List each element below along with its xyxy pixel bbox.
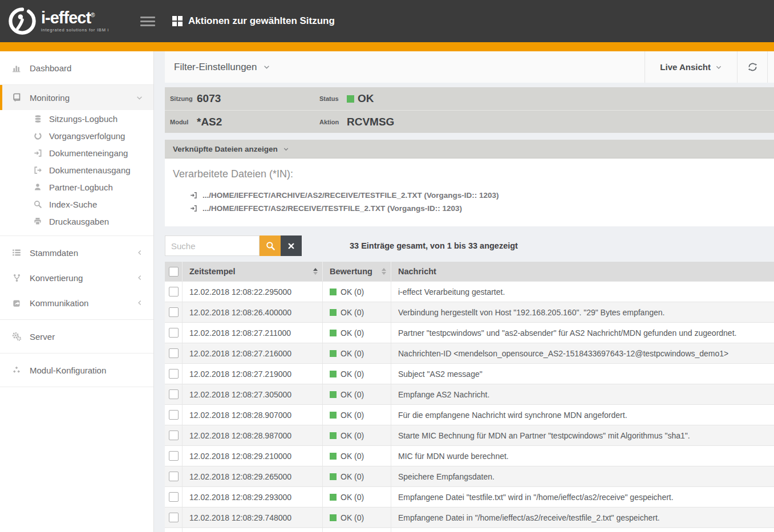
live-view-dropdown[interactable]: Live Ansicht bbox=[645, 51, 737, 83]
table-row[interactable]: 12.02.2018 12:08:29.210000 OK (0) MIC fü… bbox=[165, 445, 774, 466]
table-row[interactable]: 12.02.2018 12:08:22.295000 OK (0) i-effe… bbox=[165, 281, 774, 302]
rating-cell: OK (0) bbox=[323, 528, 391, 532]
refresh-button[interactable] bbox=[737, 51, 767, 83]
filter-settings-label: Filter-Einstellungen bbox=[174, 62, 257, 73]
entries-summary: 33 Einträge gesamt, von 1 bis 33 angezei… bbox=[350, 241, 518, 250]
sidebar-subitem-label: Index-Suche bbox=[49, 200, 97, 209]
sidebar-subitem-label: Dokumenteneingang bbox=[49, 148, 128, 158]
row-checkbox[interactable] bbox=[169, 410, 179, 420]
column-header-zeitstempel[interactable]: Zeitstempel bbox=[183, 262, 323, 281]
rating-cell: OK (0) bbox=[323, 487, 391, 507]
linked-files-toggle[interactable]: Verknüpfte Dateien anzeigen bbox=[165, 140, 774, 159]
column-header-bewertung[interactable]: Bewertung bbox=[323, 262, 391, 281]
cubes-icon bbox=[10, 366, 23, 375]
select-all-cell bbox=[165, 262, 183, 281]
sidebar-item-dokumenteneingang[interactable]: Dokumenteneingang bbox=[0, 144, 153, 161]
select-all-checkbox[interactable] bbox=[169, 267, 179, 277]
chevron-left-icon bbox=[136, 249, 143, 256]
status-label: Status bbox=[314, 95, 347, 102]
row-checkbox[interactable] bbox=[169, 348, 179, 358]
gears-icon bbox=[10, 332, 23, 341]
row-checkbox[interactable] bbox=[169, 369, 179, 379]
message-cell: MIC für MDN wurde berechnet. bbox=[391, 446, 774, 466]
log-table: Zeitstempel Bewertung Nachricht 12.02.20… bbox=[165, 262, 774, 532]
sidebar-item-sitzungs-logbuch[interactable]: Sitzungs-Logbuch bbox=[0, 110, 153, 127]
search-icon bbox=[32, 200, 43, 208]
sidebar-item-konvertierung[interactable]: Konvertierung bbox=[0, 265, 153, 290]
table-row[interactable]: 12.02.2018 12:08:29.265000 OK (0) Speich… bbox=[165, 466, 774, 486]
filter-bar-stub bbox=[767, 51, 774, 83]
app-logo[interactable]: i-effect® integrated solutions for IBM i bbox=[8, 7, 128, 35]
rating-cell: OK (0) bbox=[323, 282, 391, 302]
table-row[interactable]: 12.02.2018 12:08:28.987000 OK (0) Starte… bbox=[165, 425, 774, 445]
sidebar-item-partner-logbuch[interactable]: Partner-Logbuch bbox=[0, 178, 153, 196]
table-row[interactable]: 12.02.2018 12:08:27.216000 OK (0) Nachri… bbox=[165, 343, 774, 363]
sidebar-item-kommunikation[interactable]: Kommunikation bbox=[0, 290, 153, 315]
sidebar-item-monitoring[interactable]: Monitoring bbox=[0, 85, 153, 110]
list-icon bbox=[10, 248, 23, 257]
sidebar: Dashboard Monitoring Sitzungs-Logbuch Vo… bbox=[0, 51, 154, 532]
hamburger-menu-icon[interactable] bbox=[140, 14, 155, 29]
sign-in-icon bbox=[190, 192, 197, 199]
sidebar-item-server[interactable]: Server bbox=[0, 324, 153, 349]
logo-tagline: integrated solutions for IBM i bbox=[41, 28, 109, 33]
chevron-left-icon bbox=[136, 274, 143, 281]
live-view-label: Live Ansicht bbox=[660, 62, 711, 72]
message-cell: Partner "testpcwindows" und "as2-absende… bbox=[391, 323, 774, 343]
main-content: Filter-Einstellungen Live Ansicht Sitzun… bbox=[165, 51, 774, 532]
page-title: Aktionen zur gewählten Sitzung bbox=[188, 15, 335, 27]
search-button[interactable] bbox=[260, 235, 281, 256]
sidebar-item-stammdaten[interactable]: Stammdaten bbox=[0, 240, 153, 265]
sidebar-item-druckausgaben[interactable]: Druckausgaben bbox=[0, 213, 153, 230]
action-label: Aktion bbox=[314, 119, 347, 125]
search-input[interactable] bbox=[165, 235, 260, 256]
table-row[interactable]: 12.02.2018 12:08:27.219000 OK (0) Subjec… bbox=[165, 363, 774, 384]
row-checkbox[interactable] bbox=[169, 307, 179, 317]
table-header: Zeitstempel Bewertung Nachricht bbox=[165, 262, 774, 281]
logo-registered-mark: ® bbox=[91, 13, 94, 19]
rating-cell: OK (0) bbox=[323, 466, 391, 486]
timestamp-cell: 12.02.2018 12:08:29.293000 bbox=[183, 487, 323, 507]
sidebar-item-dashboard[interactable]: Dashboard bbox=[0, 55, 153, 80]
message-cell: Speichere Empfangsdaten. bbox=[391, 466, 774, 486]
table-row[interactable]: 12.02.2018 12:08:27.305000 OK (0) Empfan… bbox=[165, 384, 774, 404]
status-ok-square bbox=[347, 95, 354, 103]
row-checkbox[interactable] bbox=[169, 472, 179, 481]
table-row[interactable]: 12.02.2018 12:08:29.798000 OK (0) Erstel… bbox=[165, 527, 774, 532]
table-row[interactable]: 12.02.2018 12:08:26.400000 OK (0) Verbin… bbox=[165, 302, 774, 322]
timestamp-cell: 12.02.2018 12:08:29.748000 bbox=[183, 507, 323, 527]
sidebar-item-label: Stammdaten bbox=[30, 248, 78, 258]
table-row[interactable]: 12.02.2018 12:08:27.211000 OK (0) Partne… bbox=[165, 322, 774, 343]
filter-settings-toggle[interactable]: Filter-Einstellungen bbox=[165, 62, 645, 73]
timestamp-cell: 12.02.2018 12:08:28.987000 bbox=[183, 425, 323, 445]
chevron-down-icon bbox=[715, 64, 722, 71]
sidebar-item-label: Server bbox=[30, 332, 55, 342]
chevron-left-icon bbox=[136, 299, 143, 306]
row-checkbox[interactable] bbox=[169, 287, 179, 297]
log-table-body: 12.02.2018 12:08:22.295000 OK (0) i-effe… bbox=[165, 281, 774, 532]
module-value: *AS2 bbox=[197, 116, 256, 128]
sidebar-item-vorgangsverfolgung[interactable]: Vorgangsverfolgung bbox=[0, 127, 153, 144]
row-checkbox[interactable] bbox=[169, 389, 179, 399]
row-checkbox[interactable] bbox=[169, 513, 179, 522]
table-row[interactable]: 12.02.2018 12:08:28.907000 OK (0) Für di… bbox=[165, 404, 774, 425]
row-checkbox[interactable] bbox=[169, 451, 179, 461]
rating-cell: OK (0) bbox=[323, 384, 391, 404]
table-row[interactable]: 12.02.2018 12:08:29.293000 OK (0) Empfan… bbox=[165, 486, 774, 507]
clear-search-button[interactable] bbox=[281, 235, 302, 256]
rating-cell: OK (0) bbox=[323, 507, 391, 527]
sidebar-item-index-suche[interactable]: Index-Suche bbox=[0, 196, 153, 213]
row-checkbox[interactable] bbox=[169, 431, 179, 440]
message-cell: Erstellung der synchronen MDN Antwort. bbox=[391, 528, 774, 532]
processed-file-link[interactable]: .../HOME/IEFFECT/AS2/RECEIVE/TESTFILE_2.… bbox=[190, 202, 766, 215]
row-checkbox[interactable] bbox=[169, 328, 179, 338]
rating-cell: OK (0) bbox=[323, 343, 391, 363]
status-ok-square bbox=[330, 453, 337, 460]
table-row[interactable]: 12.02.2018 12:08:29.748000 OK (0) Empfan… bbox=[165, 507, 774, 527]
sidebar-item-modul-konfiguration[interactable]: Modul-Konfiguration bbox=[0, 358, 153, 383]
user-icon bbox=[32, 183, 43, 191]
message-cell: Empfange AS2 Nachricht. bbox=[391, 384, 774, 404]
row-checkbox[interactable] bbox=[169, 492, 179, 502]
processed-file-link[interactable]: .../HOME/IEFFECT/ARCHIVE/AS2/RECEIVE/TES… bbox=[190, 189, 766, 202]
sidebar-item-dokumentenausgang[interactable]: Dokumentenausgang bbox=[0, 161, 153, 178]
